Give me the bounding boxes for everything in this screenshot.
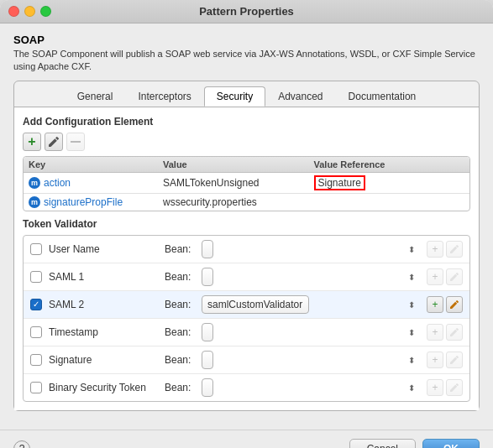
token-row-saml1: SAML 1 Bean: +	[24, 263, 469, 291]
tab-interceptors[interactable]: Interceptors	[125, 86, 203, 107]
window-content: SOAP The SOAP Component will publish a S…	[0, 23, 493, 430]
token-add-btn-username[interactable]: +	[427, 241, 443, 258]
token-add-btn-saml1[interactable]: +	[427, 268, 443, 285]
key-icon-sigpropfile: m	[29, 196, 40, 208]
config-table: Key Value Value Reference m action SAMLT…	[23, 156, 470, 211]
token-bean-label-timestamp: Bean:	[165, 326, 195, 338]
close-button[interactable]	[8, 6, 19, 17]
config-toolbar: +	[23, 133, 470, 151]
token-row-signature: Signature Bean: +	[24, 346, 469, 374]
tab-documentation[interactable]: Documentation	[336, 86, 429, 107]
token-bean-label-saml1: Bean:	[165, 271, 195, 283]
header-value-ref: Value Reference	[314, 159, 465, 169]
token-bean-label-saml2: Bean:	[165, 299, 195, 310]
token-row-timestamp: Timestamp Bean: +	[24, 319, 469, 346]
footer-buttons: Cancel OK	[349, 439, 480, 448]
token-actions-saml2: +	[427, 296, 463, 313]
token-validator-section: Token Validator User Name Bean:	[23, 218, 470, 402]
token-add-btn-signature[interactable]: +	[427, 352, 443, 368]
token-edit-btn-signature[interactable]	[446, 352, 463, 368]
main-window: Pattern Properties SOAP The SOAP Compone…	[0, 0, 493, 448]
table-header: Key Value Value Reference	[24, 157, 469, 173]
soap-description: The SOAP Component will publish a SOAP w…	[13, 48, 480, 74]
help-button[interactable]: ?	[13, 440, 30, 448]
token-row-username: User Name Bean: +	[24, 236, 469, 263]
maximize-button[interactable]	[40, 6, 51, 17]
token-row-saml2: SAML 2 Bean: samlCustomValidator +	[24, 291, 469, 319]
token-rows: User Name Bean: +	[23, 235, 470, 402]
tab-general[interactable]: General	[65, 86, 126, 107]
token-select-binSecToken[interactable]	[202, 378, 213, 397]
token-actions-binSecToken: +	[427, 379, 463, 396]
token-actions-signature: +	[427, 352, 463, 368]
token-checkbox-saml2[interactable]	[30, 299, 42, 310]
minimize-button[interactable]	[24, 6, 35, 17]
token-edit-btn-saml2[interactable]	[446, 296, 463, 313]
token-select-wrapper-saml1	[202, 268, 420, 286]
token-add-btn-binSecToken[interactable]: +	[427, 379, 443, 396]
token-bean-label-username: Bean:	[165, 243, 195, 255]
add-config-label: Add Configuration Element	[23, 116, 470, 128]
table-row[interactable]: m signaturePropFile wssecurity.propertie…	[24, 194, 469, 211]
token-edit-btn-username[interactable]	[446, 241, 463, 258]
delete-config-button[interactable]	[66, 133, 85, 151]
token-select-wrapper-saml2: samlCustomValidator	[202, 295, 420, 314]
token-label-saml2: SAML 2	[49, 299, 158, 310]
token-label-saml1: SAML 1	[49, 271, 158, 283]
soap-header: SOAP The SOAP Component will publish a S…	[13, 34, 480, 74]
token-add-btn-timestamp[interactable]: +	[427, 324, 443, 341]
edit-config-button[interactable]	[45, 133, 63, 151]
add-config-button[interactable]: +	[23, 133, 41, 151]
tab-security[interactable]: Security	[204, 86, 265, 107]
token-actions-username: +	[427, 241, 463, 258]
token-bean-label-signature: Bean:	[165, 354, 195, 366]
token-label-username: User Name	[49, 243, 158, 255]
table-row[interactable]: m action SAMLTokenUnsigned Signature	[24, 173, 469, 194]
tabs-row: General Interceptors Security Advanced D…	[14, 81, 479, 107]
tab-content-security: Add Configuration Element + Key Value	[14, 107, 479, 410]
token-checkbox-username[interactable]	[30, 243, 42, 255]
cancel-button[interactable]: Cancel	[349, 439, 416, 448]
token-edit-btn-timestamp[interactable]	[446, 324, 463, 341]
row-value-action: SAMLTokenUnsigned	[163, 177, 314, 189]
tabs-container: General Interceptors Security Advanced D…	[13, 81, 480, 411]
token-edit-btn-binSecToken[interactable]	[446, 379, 463, 396]
token-checkbox-binSecToken[interactable]	[30, 382, 42, 393]
token-select-username[interactable]	[202, 240, 213, 258]
window-title: Pattern Properties	[199, 5, 294, 18]
token-label-binSecToken: Binary Security Token	[49, 382, 158, 393]
row-value-sigpropfile: wssecurity.properties	[163, 196, 314, 208]
token-validator-label: Token Validator	[23, 218, 470, 230]
row-valueref-action: Signature	[314, 175, 465, 190]
token-checkbox-signature[interactable]	[30, 354, 42, 366]
token-select-wrapper-signature	[202, 351, 420, 369]
token-select-saml1[interactable]	[202, 268, 213, 286]
token-actions-saml1: +	[427, 268, 463, 285]
header-value: Value	[163, 159, 314, 169]
token-add-btn-saml2[interactable]: +	[427, 296, 443, 313]
soap-title: SOAP	[13, 34, 480, 46]
token-select-wrapper-username	[202, 240, 420, 258]
token-label-timestamp: Timestamp	[49, 326, 158, 338]
header-key: Key	[29, 159, 163, 169]
token-actions-timestamp: +	[427, 324, 463, 341]
tab-advanced[interactable]: Advanced	[265, 86, 335, 107]
token-edit-btn-saml1[interactable]	[446, 268, 463, 285]
key-icon-action: m	[29, 177, 40, 189]
svg-rect-0	[71, 141, 81, 143]
token-checkbox-saml1[interactable]	[30, 271, 42, 283]
token-select-signature[interactable]	[202, 351, 213, 369]
token-select-wrapper-binSecToken	[202, 378, 420, 397]
row-key-action: m action	[29, 177, 163, 189]
window-footer: ? Cancel OK	[0, 430, 493, 448]
token-checkbox-timestamp[interactable]	[30, 326, 42, 338]
token-select-timestamp[interactable]	[202, 323, 213, 341]
token-row-binSecToken: Binary Security Token Bean: +	[24, 374, 469, 401]
token-select-saml2[interactable]: samlCustomValidator	[202, 295, 309, 314]
token-select-wrapper-timestamp	[202, 323, 420, 341]
token-bean-label-binSecToken: Bean:	[165, 382, 195, 393]
ok-button[interactable]: OK	[422, 439, 480, 448]
token-label-signature: Signature	[49, 354, 158, 366]
traffic-lights	[8, 6, 51, 17]
titlebar: Pattern Properties	[0, 0, 493, 23]
